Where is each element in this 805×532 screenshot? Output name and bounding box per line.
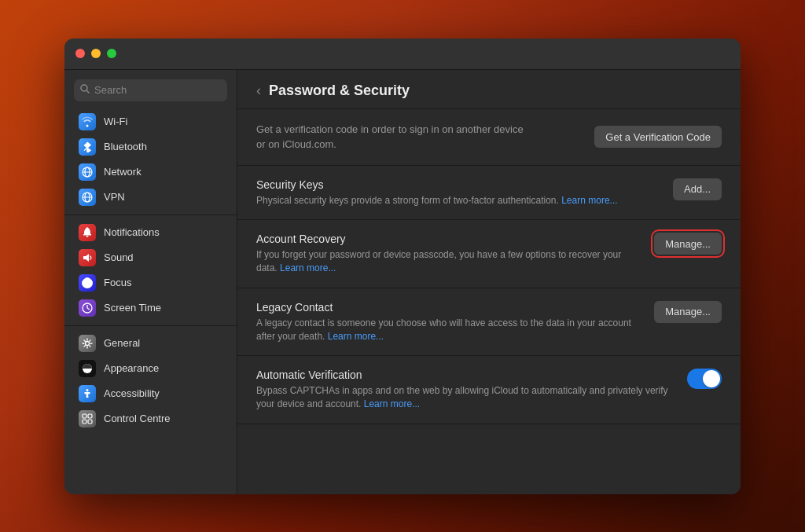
main-header: ‹ Password & Security (237, 70, 741, 109)
verification-section: Get a verification code in order to sign… (237, 109, 741, 166)
bluetooth-icon (79, 138, 96, 156)
close-button[interactable] (75, 49, 85, 58)
security-keys-learn-more[interactable]: Learn more... (561, 195, 617, 206)
sidebar-item-appearance-label: Appearance (104, 362, 159, 374)
sidebar-item-notifications-label: Notifications (104, 226, 160, 238)
wifi-icon (79, 113, 96, 130)
svg-point-0 (81, 85, 87, 91)
sidebar: Search Wi-Fi (64, 70, 237, 494)
security-keys-row: Security Keys Physical security keys pro… (256, 178, 722, 207)
legacy-contact-title: Legacy Contact (256, 301, 638, 314)
sidebar-item-focus[interactable]: Focus (69, 270, 232, 295)
sidebar-item-screentime[interactable]: Screen Time (69, 295, 232, 321)
automatic-verification-text: Automatic Verification Bypass CAPTCHAs i… (256, 369, 671, 411)
legacy-contact-row: Legacy Contact A legacy contact is someo… (256, 301, 722, 343)
sidebar-item-general[interactable]: General (69, 331, 232, 356)
general-icon (79, 335, 96, 352)
sidebar-item-appearance[interactable]: Appearance (69, 356, 232, 381)
sidebar-item-sound-label: Sound (104, 251, 134, 263)
account-recovery-learn-more[interactable]: Learn more... (280, 262, 336, 273)
automatic-verification-desc: Bypass CAPTCHAs in apps and on the web b… (256, 384, 671, 411)
controlcentre-icon (79, 410, 96, 427)
security-keys-text: Security Keys Physical security keys pro… (256, 178, 657, 207)
sidebar-item-accessibility[interactable]: Accessibility (69, 381, 232, 406)
sidebar-item-network[interactable]: Network (69, 160, 232, 185)
divider-2 (64, 325, 237, 326)
sidebar-item-wifi-label: Wi-Fi (104, 116, 127, 127)
sidebar-item-accessibility-label: Accessibility (104, 387, 160, 399)
automatic-verification-learn-more[interactable]: Learn more... (364, 398, 420, 409)
security-keys-desc: Physical security keys provide a strong … (256, 194, 657, 207)
svg-rect-19 (83, 420, 86, 424)
svg-point-16 (86, 389, 89, 391)
legacy-contact-section: Legacy Contact A legacy contact is someo… (237, 288, 741, 357)
minimize-button[interactable] (91, 49, 101, 58)
search-icon (80, 84, 90, 96)
svg-line-1 (87, 91, 90, 94)
traffic-lights (75, 49, 116, 58)
main-content: ‹ Password & Security Get a verification… (237, 70, 741, 494)
svg-point-14 (86, 341, 90, 345)
svg-line-13 (87, 308, 90, 310)
legacy-contact-description: A legacy contact is someone you choose w… (256, 317, 631, 342)
svg-rect-20 (88, 420, 92, 424)
manage-account-recovery-button[interactable]: Manage... (654, 233, 722, 255)
get-verification-code-button[interactable]: Get a Verification Code (594, 126, 722, 148)
legacy-contact-text: Legacy Contact A legacy contact is someo… (256, 301, 638, 343)
svg-rect-18 (88, 414, 92, 418)
automatic-verification-description: Bypass CAPTCHAs in apps and on the web b… (256, 385, 668, 409)
accessibility-icon (79, 385, 96, 402)
toggle-knob (703, 370, 720, 387)
security-keys-action: Add... (673, 178, 722, 200)
svg-rect-17 (83, 414, 86, 418)
search-placeholder: Search (94, 84, 127, 96)
sound-icon (79, 249, 96, 266)
add-security-key-button[interactable]: Add... (673, 178, 722, 200)
page-title: Password & Security (269, 83, 410, 99)
legacy-contact-action: Manage... (654, 301, 722, 323)
security-keys-title: Security Keys (256, 178, 657, 191)
account-recovery-section: Account Recovery If you forget your pass… (237, 220, 741, 288)
sidebar-item-sound[interactable]: Sound (69, 245, 232, 270)
sidebar-item-controlcentre-label: Control Centre (104, 413, 171, 424)
system-preferences-window: Search Wi-Fi (64, 39, 741, 494)
automatic-verification-title: Automatic Verification (256, 369, 671, 381)
sidebar-item-vpn[interactable]: VPN (69, 185, 232, 210)
legacy-contact-desc: A legacy contact is someone you choose w… (256, 317, 638, 343)
sidebar-item-bluetooth[interactable]: Bluetooth (69, 134, 232, 160)
vpn-icon (79, 189, 96, 206)
search-container: Search (64, 79, 237, 109)
sidebar-item-controlcentre[interactable]: Control Centre (69, 406, 232, 431)
automatic-verification-row: Automatic Verification Bypass CAPTCHAs i… (256, 369, 722, 411)
maximize-button[interactable] (107, 49, 116, 58)
search-box[interactable]: Search (74, 79, 227, 101)
network-icon (79, 163, 96, 181)
sidebar-item-focus-label: Focus (104, 277, 131, 288)
automatic-verification-action (687, 369, 722, 389)
manage-legacy-contact-button[interactable]: Manage... (654, 301, 722, 323)
security-keys-description: Physical security keys provide a strong … (256, 195, 559, 206)
sidebar-item-notifications[interactable]: Notifications (69, 220, 232, 245)
sidebar-item-network-label: Network (104, 166, 142, 178)
sidebar-item-screentime-label: Screen Time (104, 302, 161, 314)
account-recovery-action: Manage... (654, 233, 722, 255)
sidebar-item-bluetooth-label: Bluetooth (104, 141, 147, 152)
automatic-verification-toggle[interactable] (687, 369, 722, 389)
legacy-contact-learn-more[interactable]: Learn more... (328, 331, 384, 342)
focus-icon (79, 274, 96, 292)
divider-1 (64, 215, 237, 215)
screentime-icon (79, 299, 96, 317)
notifications-icon (79, 224, 96, 241)
account-recovery-desc: If you forget your password or device pa… (256, 248, 638, 275)
account-recovery-title: Account Recovery (256, 233, 638, 245)
back-button[interactable]: ‹ (256, 83, 261, 99)
titlebar (64, 39, 741, 70)
automatic-verification-section: Automatic Verification Bypass CAPTCHAs i… (237, 356, 741, 424)
sidebar-item-wifi[interactable]: Wi-Fi (69, 109, 232, 134)
content-area: Search Wi-Fi (64, 70, 741, 494)
account-recovery-row: Account Recovery If you forget your pass… (256, 233, 722, 275)
sidebar-item-vpn-label: VPN (104, 191, 125, 203)
security-keys-section: Security Keys Physical security keys pro… (237, 166, 741, 221)
account-recovery-text: Account Recovery If you forget your pass… (256, 233, 638, 275)
verification-description: Get a verification code in order to sign… (256, 122, 524, 152)
